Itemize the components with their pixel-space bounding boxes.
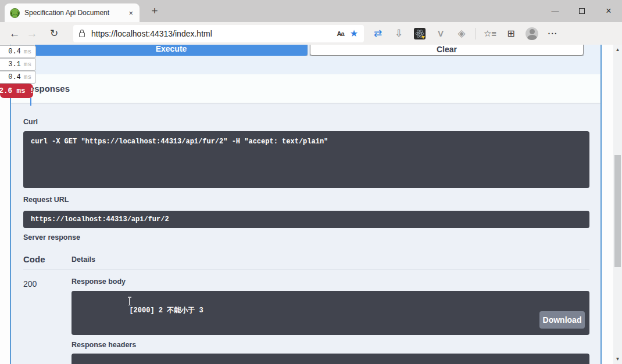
timing-alert-badge: 2.6 ms ! [0,84,33,98]
download-button[interactable]: Download [539,311,585,329]
scroll-down-arrow-icon[interactable]: ▼ [613,355,622,363]
request-url-box[interactable]: https://localhost:44313/api/fur/2 [23,211,589,228]
browser-toolbar: ← → ↻ https://localhost:44313/index.html… [0,22,622,45]
curl-command-box[interactable]: curl -X GET "https://localhost:44313/api… [23,131,589,188]
response-row: 200 Response body [2000] 2 不能小于 3 Downlo… [23,277,589,364]
swagger-favicon-icon: {…} [10,8,20,18]
new-tab-button[interactable]: + [148,5,162,17]
request-url-label: Request URL [23,196,589,204]
text-cursor [129,297,130,305]
collections-icon[interactable]: ⊞ [501,28,521,39]
execute-button[interactable]: Execute [35,45,308,56]
download-arrow-icon[interactable]: ⇩ [388,27,409,39]
timing-badge: 0.4 ms [0,71,36,84]
react-devtools-extension-icon[interactable] [414,28,426,39]
code-column-header: Code [23,254,72,264]
minimize-button[interactable]: — [542,0,569,22]
responses-section-header: Responses [11,74,600,103]
tab-close-icon[interactable]: × [127,9,134,17]
forward-button[interactable]: → [23,27,41,40]
swagger-opblock: Execute Clear Responses Curl curl -X GET… [10,45,602,364]
timing-value: 3.1 [8,60,21,69]
responses-inner: Curl curl -X GET "https://localhost:4431… [11,103,600,364]
timing-unit: ms [24,74,31,81]
layers-extension-icon[interactable]: ◈ [451,27,472,39]
toolbar-divider [476,28,476,39]
scrollbar-thumb[interactable] [614,155,621,267]
extension-icons: ⇄ ⇩ V ◈ ☆≡ ⊞ ··· [367,27,563,40]
refresh-button[interactable]: ↻ [45,27,63,39]
timing-value: 0.4 [8,73,21,81]
curl-label: Curl [23,118,589,126]
response-details: Response body [2000] 2 不能小于 3 Download R… [72,277,589,364]
favorites-list-icon[interactable]: ☆≡ [480,28,501,39]
response-table-header: Code Details [23,250,589,269]
timing-value: 0.4 [8,48,21,56]
response-headers-box[interactable] [72,354,589,364]
back-button[interactable]: ← [6,27,23,40]
browser-tab[interactable]: {…} Specification Api Document × [5,3,140,22]
timing-unit: ms [24,48,31,55]
timing-connector-line [30,98,31,106]
tab-strip: {…} Specification Api Document × + — × [0,0,622,22]
response-body-label: Response body [72,277,589,286]
server-response-label: Server response [23,233,589,242]
lock-icon [79,33,85,37]
response-headers-label: Response headers [72,341,589,349]
favorite-star-icon[interactable]: ★ [350,28,358,39]
vue-devtools-extension-icon[interactable]: V [430,28,451,38]
response-body-text: [2000] 2 不能小于 3 [129,307,203,315]
url-text[interactable]: https://localhost:44313/index.html [91,29,337,38]
close-window-button[interactable]: × [595,0,622,22]
timing-badge: 3.1 ms [0,58,36,71]
more-menu-icon[interactable]: ··· [542,29,563,38]
profile-avatar[interactable] [526,27,538,40]
timing-badge: 0.4 ms [0,45,36,58]
action-button-row: Execute Clear [35,45,584,56]
page-viewport: Execute Clear Responses Curl curl -X GET… [0,45,622,364]
timing-overlay: 0.4 ms 3.1 ms 0.4 ms 2.6 ms ! [0,45,36,106]
details-column-header: Details [72,255,95,264]
maximize-button[interactable] [569,0,595,22]
tab-title: Specification Api Document [24,9,127,17]
try-it-out-section: Execute Clear [11,45,600,74]
clear-button[interactable]: Clear [310,45,584,56]
scroll-up-arrow-icon[interactable]: ▲ [613,45,622,54]
translate-icon[interactable]: Aa [337,30,344,37]
swap-arrows-extension-icon[interactable]: ⇄ [367,27,388,39]
status-code: 200 [23,277,72,364]
timing-unit: ms [24,61,31,68]
address-bar[interactable]: https://localhost:44313/index.html Aa ★ [73,25,364,42]
window-controls: — × [542,0,622,22]
vertical-scrollbar[interactable]: ▲ ▼ [613,45,622,364]
response-body-box[interactable]: [2000] 2 不能小于 3 Download [72,291,589,335]
